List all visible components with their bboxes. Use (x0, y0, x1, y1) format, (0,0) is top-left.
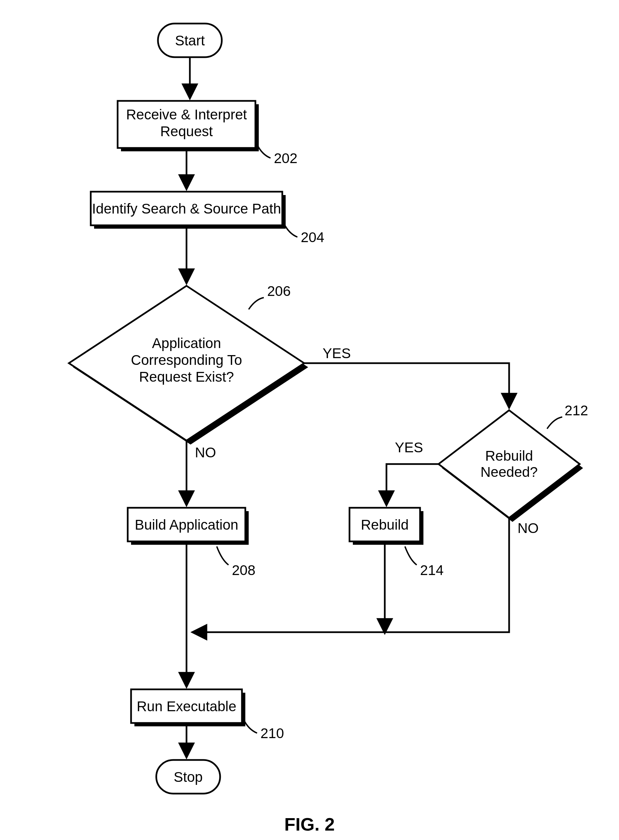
node-210-line1: Run Executable (137, 698, 236, 714)
node-202-line1: Receive & Interpret (126, 106, 247, 123)
node-212: Rebuild Needed? (438, 410, 583, 522)
node-208: Build Application (128, 508, 249, 545)
start-label: Start (175, 33, 205, 48)
node-210: Run Executable (131, 689, 245, 726)
ref-210: 210 (260, 725, 284, 741)
ref-202: 202 (274, 150, 298, 166)
node-204: Identify Search & Source Path (91, 192, 286, 229)
ref-202-leader (257, 145, 271, 158)
node-208-line1: Build Application (135, 517, 238, 533)
ref-212: 212 (565, 403, 588, 418)
ref-204-leader (284, 224, 298, 237)
edge-212-to-214 (386, 464, 438, 505)
ref-208: 208 (232, 562, 256, 578)
node-206-line2: Corresponding To (131, 352, 242, 368)
ref-208-leader (217, 547, 229, 565)
edge-212-no-label: NO (517, 520, 539, 536)
stop-terminator: Stop (156, 760, 220, 794)
edge-206-no-label: NO (195, 445, 216, 460)
ref-206: 206 (267, 283, 291, 299)
ref-214-leader (405, 547, 417, 565)
node-204-line1: Identify Search & Source Path (92, 201, 281, 217)
ref-204: 204 (301, 229, 324, 245)
node-206-line3: Request Exist? (139, 369, 234, 385)
edge-212-yes-label: YES (395, 440, 423, 455)
ref-210-leader (244, 720, 257, 733)
node-214-line1: Rebuild (361, 517, 409, 533)
node-206: Application Corresponding To Request Exi… (69, 286, 308, 445)
node-214: Rebuild (350, 508, 423, 545)
ref-206-leader (249, 298, 264, 309)
node-202-line2: Request (160, 123, 213, 139)
ref-214: 214 (420, 562, 444, 578)
stop-label: Stop (174, 769, 203, 785)
node-212-line2: Needed? (480, 464, 538, 480)
node-202: Receive & Interpret Request (118, 101, 259, 151)
start-terminator: Start (158, 24, 222, 57)
node-212-line1: Rebuild (485, 448, 533, 464)
ref-212-leader (547, 417, 562, 429)
node-206-line1: Application (152, 335, 221, 351)
edge-206-yes-label: YES (323, 345, 351, 361)
figure-caption: FIG. 2 (284, 814, 335, 834)
edge-206-to-212 (304, 363, 509, 407)
